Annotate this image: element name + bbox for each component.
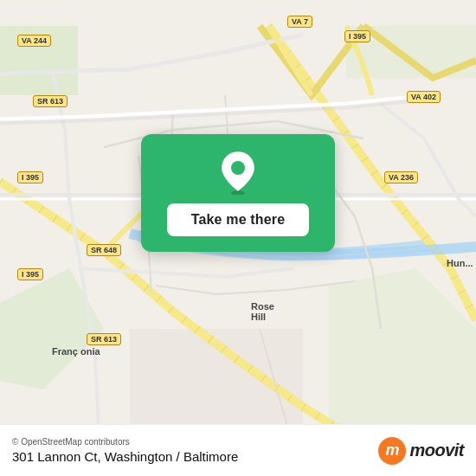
- badge-sr648: SR 648: [87, 244, 121, 256]
- bottom-info-bar: © OpenStreetMap contributors 301 Lannon …: [0, 424, 476, 476]
- label-rose-hill: RoseHill: [251, 301, 274, 322]
- badge-va236: VA 236: [384, 171, 418, 183]
- badge-sr613a: SR 613: [33, 95, 68, 107]
- label-huntington: Hun...: [447, 258, 473, 268]
- take-me-there-button[interactable]: Take me there: [167, 203, 310, 236]
- badge-sr613b: SR 613: [87, 333, 121, 345]
- badge-i395b: I 395: [17, 171, 43, 183]
- address-label: 301 Lannon Ct, Washington / Baltimore: [12, 449, 238, 464]
- label-franconia: Franç onia: [52, 346, 100, 357]
- action-card: Take me there: [141, 134, 335, 252]
- map-attribution: © OpenStreetMap contributors: [12, 437, 238, 447]
- address-section: © OpenStreetMap contributors 301 Lannon …: [12, 437, 238, 464]
- svg-point-7: [231, 161, 245, 175]
- moovit-brand-text: moovit: [409, 441, 464, 460]
- location-pin-icon: [215, 150, 261, 195]
- badge-va7: VA 7: [287, 16, 312, 28]
- badge-va244: VA 244: [17, 35, 51, 47]
- map-container: VA 7 VA 244 I 395 SR 613 VA 402 I 395 VA…: [0, 0, 476, 476]
- badge-i395a: I 395: [344, 30, 370, 42]
- moovit-m-icon: m: [378, 437, 406, 465]
- badge-i395c: I 395: [17, 268, 43, 280]
- moovit-logo: m moovit: [378, 437, 464, 465]
- badge-va402: VA 402: [407, 91, 441, 103]
